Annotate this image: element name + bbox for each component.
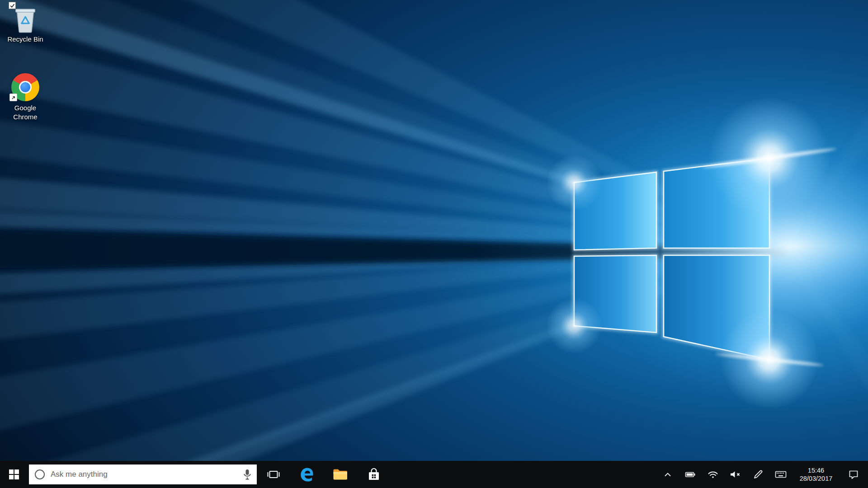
hidden-icons-chevron-button[interactable] (656, 461, 679, 488)
search-box[interactable] (29, 465, 257, 484)
wifi-icon (708, 470, 718, 479)
item-checkbox[interactable] (9, 2, 16, 9)
search-input[interactable] (50, 469, 240, 479)
desktop-icon-google-chrome[interactable]: Google Chrome (4, 71, 47, 121)
system-tray: 15:46 28/03/2017 (656, 461, 868, 488)
icon-label: Google Chrome (6, 103, 44, 121)
desktop-icon-recycle-bin[interactable]: Recycle Bin (4, 3, 47, 44)
microphone-icon[interactable] (242, 469, 252, 480)
windows-ink-button[interactable] (747, 461, 769, 488)
action-center-icon (848, 469, 859, 479)
battery-status-button[interactable] (679, 461, 702, 488)
file-explorer-icon (333, 468, 348, 481)
wallpaper-image (0, 0, 868, 488)
task-view-icon (266, 467, 281, 482)
microsoft-store-icon (366, 467, 382, 482)
chevron-up-icon (663, 471, 672, 478)
clock-time: 15:46 (808, 466, 824, 474)
checkmark-icon (9, 3, 15, 8)
icon-label: Recycle Bin (7, 35, 43, 44)
task-view-button[interactable] (257, 461, 290, 488)
taskbar-clock[interactable]: 15:46 28/03/2017 (792, 461, 840, 488)
shortcut-arrow-icon (9, 94, 17, 101)
touch-keyboard-icon (775, 470, 787, 479)
recycle-bin-icon (13, 5, 38, 33)
microsoft-edge-icon (299, 466, 315, 483)
taskbar-app-microsoft-store[interactable] (357, 461, 391, 488)
volume-muted-icon (730, 470, 741, 479)
touch-keyboard-button[interactable] (769, 461, 792, 488)
taskbar: 15:46 28/03/2017 (0, 461, 868, 488)
taskbar-app-file-explorer[interactable] (324, 461, 357, 488)
volume-button[interactable] (724, 461, 747, 488)
action-center-button[interactable] (840, 461, 867, 488)
network-status-button[interactable] (702, 461, 724, 488)
start-button[interactable] (0, 461, 28, 488)
pen-icon (753, 469, 763, 479)
desktop-wallpaper (0, 0, 868, 488)
clock-date: 28/03/2017 (800, 474, 833, 483)
cortana-icon (35, 469, 45, 479)
taskbar-app-microsoft-edge[interactable] (290, 461, 324, 488)
battery-icon (685, 470, 696, 479)
windows-logo-icon (9, 469, 19, 479)
